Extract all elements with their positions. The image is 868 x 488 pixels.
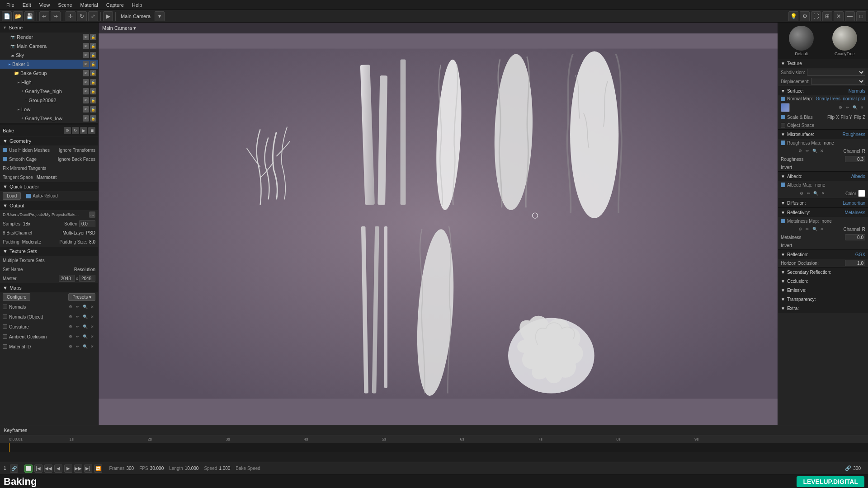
toolbar-redo[interactable]: ↪ <box>51 11 61 21</box>
metalness-map-label[interactable]: Metalness Map: <box>781 219 819 224</box>
tree-gnarlytrees-low[interactable]: + GnarlyTrees_low 👁 🔒 <box>0 114 98 123</box>
extra-header[interactable]: ▼ Extra: <box>778 304 868 313</box>
rp-surface-header[interactable]: ▼ Surface: Normals <box>778 86 868 95</box>
texture-sets-header[interactable]: ▼ Texture Sets <box>0 247 98 256</box>
roughness-map-cb[interactable] <box>781 141 785 145</box>
toolbar-new[interactable]: 📄 <box>2 11 12 21</box>
map-curv-settings[interactable]: ⚙ <box>67 324 74 330</box>
secondary-reflection-header[interactable]: ▼ Secondary Reflection: <box>778 267 868 277</box>
load-button[interactable]: Load <box>3 192 21 200</box>
rp-microsurface-header[interactable]: ▼ Microsurface: Roughness <box>778 130 868 139</box>
auto-reload-cb[interactable] <box>26 194 31 198</box>
menu-view[interactable]: View <box>36 1 54 9</box>
albedo-map-cb[interactable] <box>781 183 785 187</box>
map-normals-cb[interactable] <box>3 305 7 309</box>
map-curv-close[interactable]: ✕ <box>89 324 95 330</box>
emissive-header[interactable]: ▼ Emissive: <box>778 286 868 295</box>
res-width-input[interactable] <box>59 275 75 282</box>
tc-chain-btn[interactable]: 🔗 <box>10 465 18 473</box>
horizon-occlusion-input[interactable] <box>845 260 865 266</box>
menu-scene[interactable]: Scene <box>54 1 75 9</box>
res-height-input[interactable] <box>79 275 95 282</box>
soften-input[interactable] <box>79 220 95 227</box>
geometry-header[interactable]: ▼ Geometry <box>0 136 98 145</box>
maps-header[interactable]: ▼ Maps <box>0 283 98 292</box>
toolbar-move[interactable]: ✛ <box>66 11 75 21</box>
menu-file[interactable]: File <box>3 1 18 9</box>
object-space-cb[interactable] <box>781 123 785 127</box>
nm-edit-icon[interactable]: ✏ <box>844 104 851 111</box>
map-norobj-close[interactable]: ✕ <box>89 314 95 320</box>
eye-icon-2[interactable]: 👁 <box>83 43 89 49</box>
tree-sky[interactable]: ☁ Sky 👁 🔒 <box>0 51 98 60</box>
tc-forward-btn[interactable]: ▶▶ <box>74 465 82 473</box>
map-ao-edit[interactable]: ✏ <box>75 333 81 340</box>
toolbar-grid[interactable]: ⊞ <box>822 11 832 21</box>
roughness-map-label[interactable]: Roughness Map: <box>781 141 821 145</box>
menu-help[interactable]: Help <box>128 1 146 9</box>
lock-icon-4[interactable]: 🔒 <box>90 61 96 67</box>
scale-bias-label[interactable]: Scale & Bias <box>781 115 813 120</box>
tree-group28092[interactable]: + Group28092 👁 🔒 <box>0 96 98 105</box>
map-curv-search[interactable]: 🔍 <box>82 324 88 330</box>
use-hidden-meshes-label[interactable]: Use Hidden Meshes <box>3 148 50 153</box>
menu-edit[interactable]: Edit <box>19 1 35 9</box>
eye-icon-7[interactable]: 👁 <box>83 88 89 94</box>
map-ao-search[interactable]: 🔍 <box>82 333 88 340</box>
rm-settings-icon[interactable]: ⚙ <box>797 148 803 154</box>
presets-btn[interactable]: Presets ▾ <box>68 293 95 301</box>
menu-capture[interactable]: Capture <box>103 1 127 9</box>
map-curvature-cb[interactable] <box>3 324 7 329</box>
nm-search-icon[interactable]: 🔍 <box>852 104 858 111</box>
eye-icon-8[interactable]: 👁 <box>83 97 89 103</box>
roughness-input[interactable] <box>845 156 865 162</box>
map-matid-cb[interactable] <box>3 344 7 349</box>
nm-settings-icon[interactable]: ⚙ <box>837 104 844 111</box>
eye-icon-9[interactable]: 👁 <box>83 106 89 113</box>
transparency-header[interactable]: ▼ Transparency: <box>778 295 868 304</box>
map-matid-settings[interactable]: ⚙ <box>67 343 74 350</box>
map-ao-close[interactable]: ✕ <box>89 333 95 340</box>
smooth-cage-cb[interactable] <box>3 157 7 161</box>
tree-bake-group[interactable]: 📁 Bake Group 👁 🔒 <box>0 69 98 78</box>
map-matid-search[interactable]: 🔍 <box>82 343 88 350</box>
mm-close-icon[interactable]: ✕ <box>819 226 825 232</box>
map-normals-object[interactable]: Normals (Object) ⚙ ✏ 🔍 ✕ <box>0 312 98 322</box>
toolbar-save[interactable]: 💾 <box>24 11 34 21</box>
map-normals-close[interactable]: ✕ <box>89 304 95 310</box>
color-swatch[interactable] <box>858 190 865 197</box>
toolbar-open[interactable]: 📂 <box>13 11 23 21</box>
map-matid-close[interactable]: ✕ <box>89 343 95 350</box>
use-hidden-meshes-cb[interactable] <box>3 148 7 152</box>
map-material-id[interactable]: Material ID ⚙ ✏ 🔍 ✕ <box>0 342 98 352</box>
output-browse-btn[interactable]: … <box>89 211 95 218</box>
bake-play-btn[interactable]: ▶ <box>80 127 87 134</box>
map-normals-search[interactable]: 🔍 <box>82 304 88 310</box>
lock-icon-3[interactable]: 🔒 <box>90 52 96 58</box>
rm-edit-icon[interactable]: ✏ <box>804 148 811 154</box>
displacement-select[interactable] <box>811 78 865 85</box>
flip-x[interactable]: Flip X <box>827 115 839 120</box>
rp-diffusion-header[interactable]: ▼ Diffusion: Lambertian <box>778 198 868 207</box>
toolbar-max[interactable]: □ <box>856 11 866 21</box>
tree-gnarlytree-high[interactable]: + GnarlyTree_high 👁 🔒 <box>0 87 98 96</box>
rp-texture-header[interactable]: ▼ Texture <box>778 59 868 68</box>
tc-prev-btn[interactable]: ◀◀ <box>44 465 52 473</box>
viewport-camera[interactable]: Main Camera ▾ <box>102 25 136 31</box>
lock-icon-8[interactable]: 🔒 <box>90 97 96 103</box>
toolbar-light[interactable]: 💡 <box>788 11 798 21</box>
am-close-icon[interactable]: ✕ <box>820 190 826 197</box>
menu-material[interactable]: Material <box>77 1 102 9</box>
map-norobj-search[interactable]: 🔍 <box>82 314 88 320</box>
eye-icon-3[interactable]: 👁 <box>83 52 89 58</box>
toolbar-scale[interactable]: ⤢ <box>88 11 98 21</box>
am-edit-icon[interactable]: ✏ <box>806 190 812 197</box>
albedo-map-label[interactable]: Albedo Map: <box>781 183 812 188</box>
map-normals-edit[interactable]: ✏ <box>75 304 81 310</box>
mm-settings-icon[interactable]: ⚙ <box>797 226 803 232</box>
configure-btn[interactable]: Configure <box>3 293 30 301</box>
am-search-icon[interactable]: 🔍 <box>813 190 819 197</box>
eye-icon-5[interactable]: 👁 <box>83 70 89 76</box>
toolbar-fullscreen[interactable]: ⛶ <box>811 11 821 21</box>
toolbar-min[interactable]: — <box>845 11 855 21</box>
